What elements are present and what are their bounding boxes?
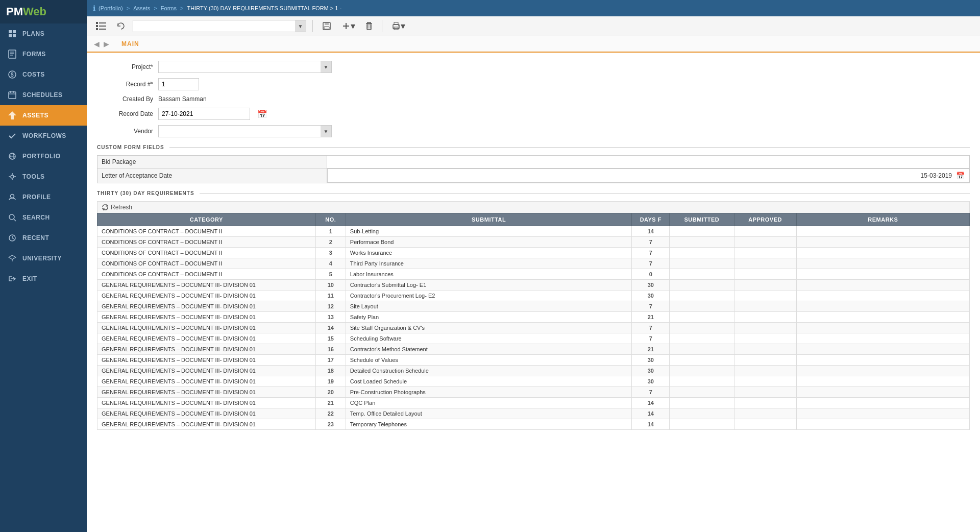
sidebar-label-costs: COSTS [22,71,45,78]
row-submittal: Contractor's Procurement Log- E2 [346,291,632,301]
row-days: 7 [632,387,670,398]
sidebar-item-tools[interactable]: TOOLS [0,166,87,187]
sidebar-item-search[interactable]: SEARCH [0,207,87,228]
svg-rect-39 [324,27,329,29]
custom-fields-divider [169,147,970,148]
svg-point-19 [11,175,14,178]
row-no: 2 [315,237,346,248]
row-submitted [670,333,734,344]
record-select[interactable] [133,20,306,32]
project-select[interactable] [158,61,332,73]
bid-package-input[interactable] [331,158,965,165]
row-category: CONDITIONS OF CONTRACT – DOCUMENT II [97,248,316,258]
svg-rect-31 [96,22,98,24]
requirements-table: CATEGORY NO. SUBMITTAL DAYS F SUBMITTED … [97,213,970,430]
acceptance-date-label: Letter of Acceptance Date [97,168,327,183]
svg-rect-2 [9,34,12,37]
row-no: 16 [315,344,346,355]
row-approved [734,366,796,376]
row-remarks [796,291,969,301]
row-approved [734,398,796,408]
vendor-select[interactable] [158,125,332,137]
sidebar-label-workflows: WORKFLOWS [22,132,66,139]
sidebar-item-assets[interactable]: ASSETS [0,105,87,126]
sidebar-item-plans[interactable]: PLANS [0,23,87,44]
recent-icon [7,233,17,243]
row-category: GENERAL REQUIREMENTS – DOCUMENT III- DIV… [97,366,316,376]
sidebar-item-forms[interactable]: FORMS [0,44,87,64]
row-submittal: Schedule of Values [346,355,632,366]
table-row: CONDITIONS OF CONTRACT – DOCUMENT II 4 T… [97,258,970,269]
sidebar-label-university: UNIVERSITY [22,255,62,262]
table-toolbar: Refresh [97,201,970,213]
exit-icon [7,274,17,284]
list-view-button[interactable] [93,21,109,31]
assets-icon [7,110,17,120]
row-submittal: Works Insurance [346,248,632,258]
created-by-value: Bassam Samman [158,95,207,103]
row-category: GENERAL REQUIREMENTS – DOCUMENT III- DIV… [97,291,316,301]
sidebar-item-exit[interactable]: EXIT [0,269,87,289]
print-button[interactable]: ▾ [388,19,408,33]
record-date-calendar-icon[interactable]: 📅 [257,109,267,119]
row-remarks [796,248,969,258]
row-approved [734,226,796,237]
row-days: 30 [632,280,670,291]
breadcrumb: (Portfolio) > Assets > Forms > THIRTY (3… [99,5,341,11]
row-category: GENERAL REQUIREMENTS – DOCUMENT III- DIV… [97,333,316,344]
refresh-button[interactable]: Refresh [102,204,132,211]
table-row: GENERAL REQUIREMENTS – DOCUMENT III- DIV… [97,408,970,419]
breadcrumb-portfolio[interactable]: (Portfolio) [99,5,123,11]
record-date-row: Record Date 27-10-2021 📅 [97,108,970,120]
record-date-input[interactable]: 27-10-2021 [158,108,250,120]
row-submitted [670,387,734,398]
breadcrumb-assets[interactable]: Assets [133,5,150,11]
row-approved [734,376,796,387]
toolbar-separator-2 [382,20,382,32]
row-category: GENERAL REQUIREMENTS – DOCUMENT III- DIV… [97,419,316,430]
row-submittal: Performace Bond [346,237,632,248]
record-num-input[interactable]: 1 [158,78,199,90]
row-submitted [670,323,734,333]
row-approved [734,269,796,280]
svg-point-25 [9,214,14,220]
th-approved: APPROVED [734,213,796,226]
tab-main[interactable]: MAIN [111,36,150,53]
svg-point-48 [398,26,399,27]
row-days: 21 [632,344,670,355]
row-submittal: Pre-Construction Photographs [346,387,632,398]
row-submitted [670,237,734,248]
row-remarks [796,280,969,291]
save-button[interactable] [319,20,334,32]
tab-arrow-left[interactable]: ◀ [92,38,102,50]
row-submittal: Third Party Insurance [346,258,632,269]
row-submittal: Scheduling Software [346,333,632,344]
tab-bar: ◀ ▶ MAIN [87,36,980,53]
add-button[interactable]: ▾ [338,19,358,33]
row-submittal: Safety Plan [346,312,632,323]
row-remarks [796,333,969,344]
sidebar-item-costs[interactable]: $ COSTS [0,64,87,85]
vendor-label: Vendor [97,128,153,135]
sidebar-item-workflows[interactable]: WORKFLOWS [0,126,87,146]
portfolio-icon [7,151,17,161]
row-days: 14 [632,408,670,419]
row-submitted [670,280,734,291]
row-submitted [670,258,734,269]
sidebar-item-portfolio[interactable]: PORTFOLIO [0,146,87,166]
info-icon[interactable]: ℹ [93,4,95,12]
undo-button[interactable] [113,20,129,32]
delete-button[interactable] [362,20,376,32]
sidebar-item-university[interactable]: UNIVERSITY [0,248,87,269]
row-approved [734,237,796,248]
sidebar-item-profile[interactable]: PROFILE [0,187,87,207]
university-icon [7,253,17,263]
row-no: 13 [315,312,346,323]
row-days: 14 [632,398,670,408]
sidebar-item-recent[interactable]: RECENT [0,228,87,248]
breadcrumb-forms[interactable]: Forms [161,5,177,11]
custom-field-bid-package: Bid Package [97,156,970,168]
tab-arrow-right[interactable]: ▶ [102,38,111,50]
sidebar-item-schedules[interactable]: SCHEDULES [0,85,87,105]
acceptance-date-calendar-icon[interactable]: 📅 [956,172,965,180]
